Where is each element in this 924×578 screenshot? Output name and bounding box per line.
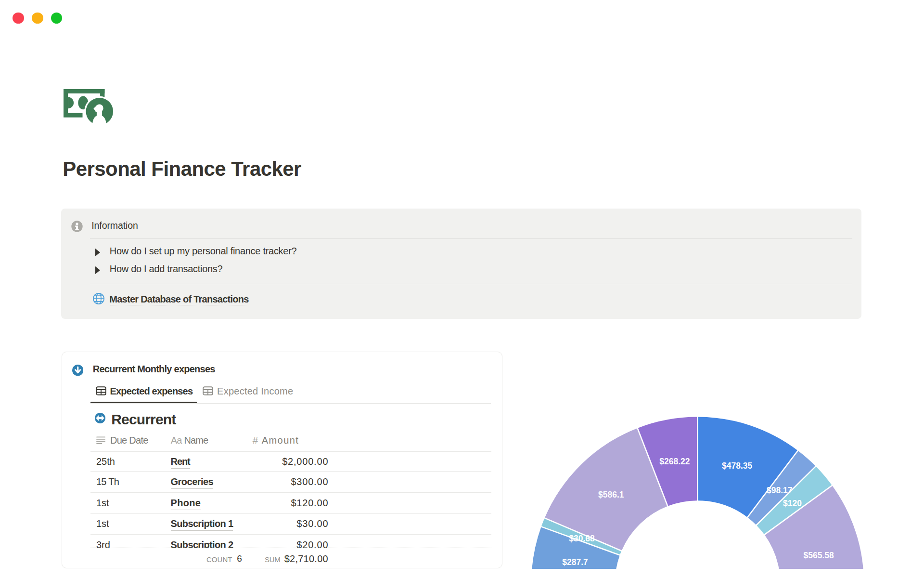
svg-text:$30.68: $30.68 (569, 534, 595, 543)
svg-text:$586.1: $586.1 (598, 490, 624, 499)
svg-text:$478.35: $478.35 (722, 461, 753, 471)
svg-text:$268.22: $268.22 (659, 457, 690, 466)
svg-text:$287.7: $287.7 (562, 557, 588, 567)
svg-text:$120: $120 (783, 499, 802, 508)
svg-text:$98.17: $98.17 (767, 486, 793, 495)
svg-text:$565.58: $565.58 (803, 551, 834, 560)
